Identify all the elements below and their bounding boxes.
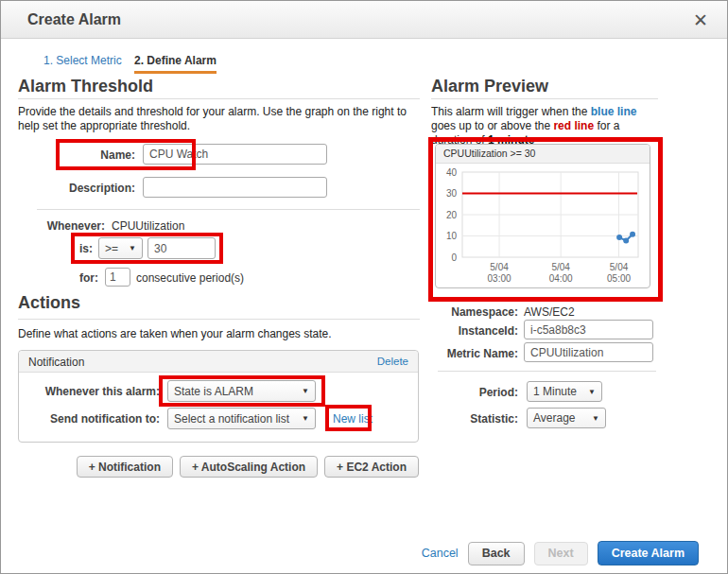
send-notification-to-label: Send notification to:	[19, 412, 160, 426]
description-label: Description:	[18, 182, 135, 195]
next-button[interactable]: Next	[534, 542, 588, 565]
divider	[18, 319, 420, 320]
notification-list-value: Select a notification list	[174, 412, 289, 426]
svg-text:10: 10	[446, 231, 458, 241]
create-alarm-button[interactable]: Create Alarm	[598, 541, 699, 565]
alarm-threshold-heading: Alarm Threshold	[18, 77, 153, 96]
chevron-down-icon: ▼	[588, 388, 596, 396]
close-icon[interactable]: ✕	[693, 9, 708, 31]
whenever-this-alarm-label: Whenever this alarm:	[19, 385, 160, 398]
new-list-link[interactable]: New list	[333, 412, 373, 426]
preview-description: This alarm will trigger when the blue li…	[431, 105, 663, 148]
periods-suffix-label: consecutive period(s)	[136, 271, 244, 285]
svg-text:5/04: 5/04	[551, 262, 570, 272]
metric-name-input[interactable]	[524, 342, 653, 362]
action-buttons-row: + Notification + AutoScaling Action + EC…	[18, 456, 419, 478]
chevron-down-icon: ▼	[129, 244, 136, 252]
svg-text:40: 40	[446, 167, 458, 178]
notification-panel: Notification Delete Whenever this alarm:…	[18, 350, 419, 443]
red-line-text: red line	[553, 119, 594, 132]
alarm-preview-chart-panel: CPUUtilization >= 30 0102030405/0403:005…	[435, 144, 650, 288]
svg-text:5/04: 5/04	[610, 262, 629, 272]
chevron-down-icon: ▼	[302, 414, 309, 423]
alarm-state-value: State is ALARM	[174, 385, 253, 398]
cancel-link[interactable]: Cancel	[422, 547, 459, 560]
statistic-label: Statistic:	[431, 412, 518, 426]
svg-text:30: 30	[446, 188, 458, 199]
threshold-description: Provide the details and threshold for yo…	[18, 105, 423, 133]
back-button[interactable]: Back	[468, 542, 525, 565]
period-label: Period:	[431, 386, 518, 399]
notification-panel-header: Notification Delete	[19, 351, 418, 373]
statistic-select[interactable]: Average ▼	[527, 408, 606, 428]
dialog-title: Create Alarm	[27, 1, 121, 39]
divider	[37, 209, 420, 210]
instance-id-input[interactable]	[524, 320, 653, 339]
statistic-value: Average	[533, 411, 575, 425]
notification-panel-title: Notification	[28, 356, 84, 369]
whenever-label: Whenever:	[18, 219, 105, 233]
whenever-metric-value: CPUUtilization	[112, 219, 184, 233]
operator-value: >=	[105, 242, 118, 255]
divider	[18, 98, 420, 99]
svg-text:04:00: 04:00	[549, 273, 573, 284]
actions-description: Define what actions are taken when your …	[18, 327, 423, 341]
tab-define-alarm[interactable]: 2. Define Alarm	[134, 54, 217, 74]
preview-chart-svg: 0102030405/0403:005/0404:005/0405:00	[436, 164, 650, 288]
alarm-preview-heading: Alarm Preview	[431, 77, 548, 96]
svg-text:05:00: 05:00	[607, 273, 631, 284]
chevron-down-icon: ▼	[302, 387, 309, 395]
add-notification-button[interactable]: + Notification	[77, 456, 173, 478]
threshold-value-input[interactable]	[147, 237, 216, 259]
actions-heading: Actions	[18, 293, 80, 313]
create-alarm-dialog: Create Alarm ✕ 1. Select Metric 2. Defin…	[0, 0, 728, 574]
name-label: Name:	[18, 148, 135, 162]
for-label: for:	[56, 271, 98, 285]
name-input[interactable]	[143, 144, 327, 165]
period-select[interactable]: 1 Minute ▼	[527, 381, 602, 402]
add-autoscaling-action-button[interactable]: + AutoScaling Action	[180, 456, 318, 478]
svg-text:0: 0	[451, 252, 457, 263]
tab-select-metric[interactable]: 1. Select Metric	[43, 54, 122, 67]
chart-title: CPUUtilization >= 30	[436, 145, 650, 164]
blue-line-text: blue line	[591, 105, 637, 118]
namespace-label: Namespace:	[431, 305, 518, 319]
consecutive-periods-input[interactable]	[105, 268, 130, 287]
namespace-value: AWS/EC2	[524, 305, 575, 319]
dialog-header: Create Alarm ✕	[1, 1, 727, 39]
dialog-footer: Cancel Back Next Create Alarm	[422, 541, 699, 565]
description-input[interactable]	[143, 177, 327, 198]
divider	[431, 98, 658, 99]
operator-select[interactable]: >= ▼	[98, 237, 143, 259]
alarm-state-select[interactable]: State is ALARM ▼	[167, 380, 316, 402]
chevron-down-icon: ▼	[592, 414, 599, 423]
notification-list-select[interactable]: Select a notification list ▼	[167, 408, 316, 429]
divider	[438, 371, 656, 372]
instance-id-label: InstanceId:	[431, 324, 518, 338]
svg-text:03:00: 03:00	[488, 273, 511, 284]
is-label: is:	[56, 242, 93, 255]
svg-text:5/04: 5/04	[490, 262, 509, 272]
add-ec2-action-button[interactable]: + EC2 Action	[324, 456, 419, 478]
period-value: 1 Minute	[533, 385, 577, 398]
svg-text:20: 20	[446, 210, 458, 220]
delete-link[interactable]: Delete	[377, 356, 408, 367]
metric-name-label: Metric Name:	[431, 347, 518, 360]
